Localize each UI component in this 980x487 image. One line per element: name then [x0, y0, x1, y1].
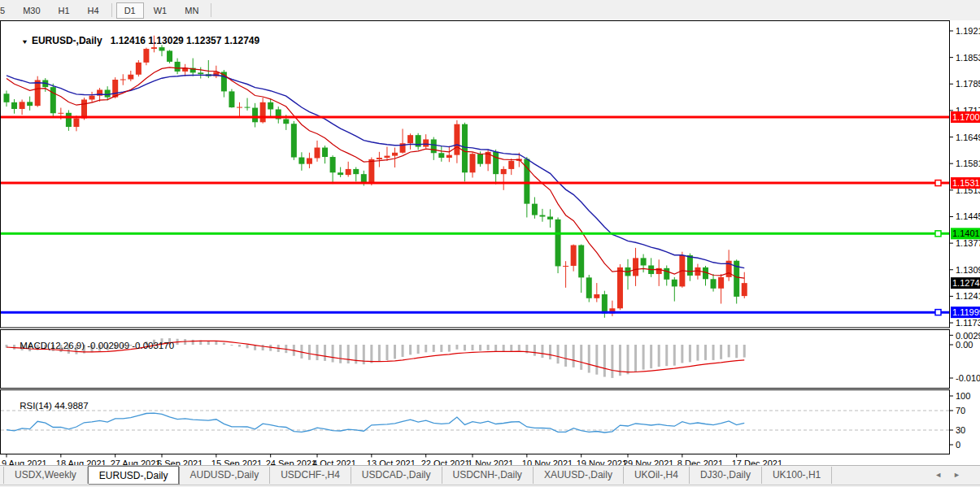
scroll-left-icon[interactable]: ◄ — [934, 471, 953, 479]
chart-tabbar: USDX,WeeklyEURUSD-,DailyAUDUSD-,DailyUSD… — [0, 465, 980, 487]
line-marker[interactable] — [935, 310, 941, 315]
tab-scroll-arrows: ◄► — [934, 471, 972, 479]
candle — [711, 279, 716, 289]
timeframe-button-h4[interactable]: H4 — [80, 2, 107, 19]
candle — [438, 153, 444, 158]
chart-tab-ukoil-h4[interactable]: UKOil-,H4 — [624, 467, 690, 484]
candle — [446, 155, 452, 158]
candle — [470, 154, 476, 172]
macd-histogram-bar — [347, 345, 350, 363]
timeframe-button-5[interactable]: 5 — [0, 2, 13, 19]
chart-tab-xauusd-daily[interactable]: XAUUSD-,Daily — [534, 467, 624, 484]
chart-tab-uk100-h1[interactable]: UK100-,H1 — [762, 467, 832, 484]
timeframe-button-h1[interactable]: H1 — [50, 2, 78, 19]
candle — [283, 119, 289, 124]
date-axis-label: 10 Nov 2021 — [522, 459, 573, 466]
macd-histogram-bar — [339, 345, 342, 363]
macd-histogram-bar — [735, 345, 738, 358]
macd-histogram-bar — [510, 345, 512, 351]
price-axis-label: 1.18530 — [956, 53, 980, 63]
chart-tab-usdx-weekly[interactable]: USDX,Weekly — [3, 467, 88, 484]
candle — [315, 148, 320, 159]
candle — [346, 169, 351, 175]
macd-values: -0.002909 -0.003170 — [87, 341, 174, 350]
macd-histogram-bar — [627, 345, 629, 374]
candle — [175, 62, 181, 72]
macd-histogram-bar — [269, 345, 272, 351]
macd-name: MACD(12,26,9) — [20, 341, 85, 350]
chart-tab-dj30-daily[interactable]: DJ30-,Daily — [690, 467, 762, 484]
macd-histogram-bar — [324, 345, 326, 361]
candle — [353, 169, 359, 174]
chart-tab-audusd-daily[interactable]: AUDUSD-,Daily — [179, 467, 270, 484]
candle — [532, 204, 538, 215]
rsi-axis-label: 0 — [956, 440, 960, 450]
macd-histogram-bar — [394, 345, 396, 359]
candle — [89, 96, 95, 100]
date-axis-label: 19 Nov 2021 — [577, 459, 627, 466]
macd-histogram-bar — [689, 345, 691, 362]
candle — [563, 266, 568, 267]
chart-dropdown-icon[interactable]: ▼ — [21, 38, 28, 46]
price-axis-label: 1.13770 — [956, 238, 980, 248]
candle — [128, 75, 133, 80]
macd-histogram-bar — [728, 345, 730, 357]
candle — [641, 258, 647, 265]
macd-histogram-bar — [402, 345, 404, 357]
price-axis-label: 1.17850 — [956, 79, 980, 89]
date-axis-label: 17 Dec 2021 — [732, 459, 782, 466]
candle — [50, 87, 56, 113]
date-axis-label: 24 Sep 2021 — [266, 459, 316, 466]
timeframe-button-d1[interactable]: D1 — [116, 2, 144, 19]
macd-histogram-bar — [541, 345, 543, 358]
macd-histogram-bar — [417, 345, 420, 354]
macd-histogram-bar — [658, 345, 660, 367]
candle — [330, 157, 336, 172]
candle — [237, 107, 242, 108]
chart-canvas[interactable]: 1.192101.185301.178501.171701.164901.158… — [0, 20, 980, 465]
rsi-axis-label: 30 — [956, 425, 965, 435]
macd-histogram-bar — [673, 345, 676, 366]
macd-histogram-bar — [712, 345, 715, 360]
date-axis-label: 18 Aug 2021 — [56, 459, 107, 466]
candle — [508, 161, 514, 169]
candle — [477, 154, 483, 163]
chart-tab-usdchf-h4[interactable]: USDCHF-,H4 — [270, 467, 351, 484]
candle — [594, 294, 599, 298]
timeframe-button-w1[interactable]: W1 — [146, 2, 176, 19]
scroll-right-icon[interactable]: ► — [953, 471, 972, 479]
candle — [377, 158, 382, 159]
chart-tab-usdcnh-daily[interactable]: USDCNH-,Daily — [442, 467, 534, 484]
timeframe-button-m30[interactable]: M30 — [15, 2, 48, 19]
macd-histogram-bar — [665, 345, 668, 366]
macd-axis-label: -0.010423 — [956, 373, 980, 383]
line-marker[interactable] — [935, 231, 941, 237]
macd-histogram-bar — [494, 345, 497, 351]
candle — [35, 80, 41, 106]
macd-histogram-bar — [472, 345, 474, 350]
line-marker[interactable] — [935, 180, 941, 186]
macd-histogram-bar — [433, 345, 435, 352]
candle — [539, 215, 545, 217]
macd-histogram-bar — [425, 345, 427, 352]
price-line-tag-label: 1.11999 — [952, 307, 980, 317]
candle — [291, 124, 297, 157]
macd-histogram-bar — [332, 345, 334, 363]
candle — [322, 148, 328, 158]
candle — [73, 119, 79, 128]
macd-histogram-bar — [743, 345, 746, 358]
candle — [454, 124, 460, 155]
candle — [81, 99, 87, 118]
chart-tab-eurusd-daily[interactable]: EURUSD-,Daily — [88, 466, 180, 484]
macd-histogram-bar — [518, 345, 520, 350]
timeframe-button-mn[interactable]: MN — [176, 2, 207, 19]
candle — [501, 169, 507, 174]
candle — [11, 102, 17, 109]
macd-histogram-bar — [385, 345, 388, 360]
candle — [268, 102, 273, 110]
macd-histogram-bar — [503, 345, 505, 351]
candle — [27, 102, 33, 106]
candle — [392, 153, 398, 156]
candle — [245, 107, 250, 108]
chart-tab-usdcad-daily[interactable]: USDCAD-,Daily — [351, 467, 442, 484]
